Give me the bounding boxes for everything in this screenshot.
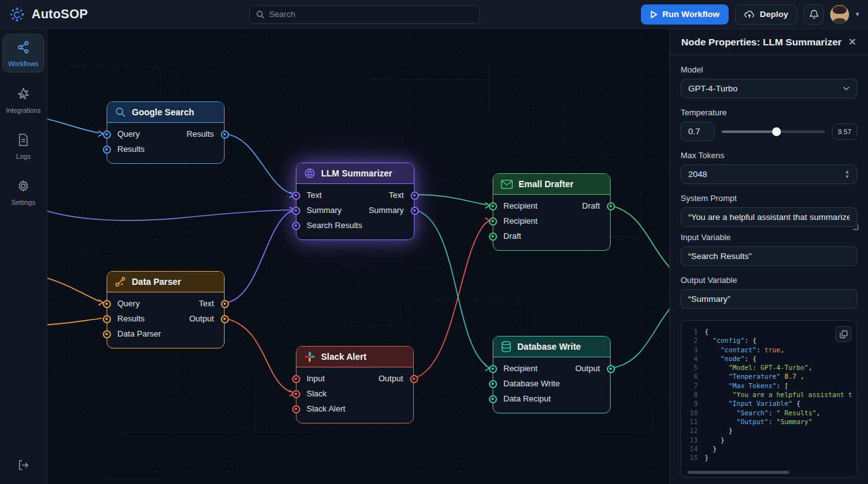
node-email-drafter[interactable]: Emall DrafterRecipientRecipientDraftDraf… bbox=[493, 173, 611, 251]
node-title: Data Parser bbox=[132, 277, 181, 287]
node-body: RecipientRecipientDraftDraft bbox=[493, 195, 610, 250]
system-prompt-textarea[interactable]: “You are a helpful assistant that summar… bbox=[681, 207, 857, 227]
code-line: 2 "config": { bbox=[686, 336, 852, 345]
logout-button[interactable] bbox=[17, 459, 30, 474]
output-port-label: Draft bbox=[582, 199, 610, 214]
circuit-node-dot bbox=[122, 431, 124, 434]
max-tokens-input[interactable]: 2048 ▲▼ bbox=[681, 164, 857, 184]
node-header[interactable]: Database Write bbox=[493, 337, 610, 357]
node-google-search[interactable]: Google SearchQueryResultsResults bbox=[107, 101, 225, 164]
temperature-slider[interactable] bbox=[722, 130, 825, 133]
copy-button[interactable] bbox=[835, 326, 852, 342]
search-box[interactable] bbox=[249, 5, 480, 24]
app-root: AutoSOP Run Workflow bbox=[0, 0, 868, 484]
input-port-label: Data Parser bbox=[107, 326, 224, 342]
circuit-node-dot bbox=[488, 66, 490, 68]
wire-gs-to-llm-text bbox=[225, 134, 291, 193]
account-chevron-down-icon[interactable]: ▾ bbox=[855, 10, 859, 18]
line-number: 15 bbox=[686, 453, 698, 462]
wire-llm-to-email bbox=[414, 195, 486, 205]
node-title: Slack Alert bbox=[321, 352, 367, 362]
search-area bbox=[95, 5, 633, 24]
output-variable-input[interactable]: “Summary” bbox=[681, 289, 857, 309]
input-port-label: Database Write bbox=[493, 376, 610, 391]
slack-icon bbox=[304, 351, 315, 362]
wire-dp-to-llm-summary bbox=[225, 211, 291, 303]
database-icon bbox=[501, 341, 512, 352]
integrations-icon bbox=[16, 87, 30, 103]
max-tokens-label: Max Tokens bbox=[681, 151, 857, 160]
code-text: "Output": "Summary" bbox=[705, 417, 812, 426]
input-variable-value: “Search Results” bbox=[688, 251, 752, 261]
sidebar-item-integrations[interactable]: Integrations bbox=[3, 81, 44, 118]
search-input[interactable] bbox=[269, 9, 473, 19]
wire-in-gs-query bbox=[47, 117, 99, 133]
avatar[interactable] bbox=[830, 5, 849, 24]
wire-llm-to-db bbox=[414, 210, 486, 366]
bell-icon bbox=[809, 9, 819, 20]
node-llm-summarizer[interactable]: LLM SummarizerTextSummarySearch ResultsT… bbox=[296, 163, 414, 240]
temperature-max-box: 9.57 bbox=[832, 124, 857, 140]
code-text: } bbox=[705, 426, 732, 435]
output-port-label: Summary bbox=[368, 203, 414, 218]
settings-icon bbox=[16, 179, 30, 195]
node-header[interactable]: Data Parser bbox=[107, 272, 224, 292]
node-header[interactable]: Slack Alert bbox=[296, 347, 413, 367]
output-port-label: Text bbox=[199, 296, 224, 311]
temperature-input[interactable]: 0.7 bbox=[681, 122, 715, 141]
topbar-actions: Run Workflow Deploy ▾ bbox=[641, 4, 859, 25]
code-line: 13 } bbox=[686, 435, 852, 444]
circuit-trace bbox=[85, 218, 129, 256]
node-database-write[interactable]: Database WriteRecipientDatabase WriteDat… bbox=[493, 336, 611, 413]
resize-handle[interactable] bbox=[853, 224, 859, 230]
line-number: 6 bbox=[686, 372, 698, 381]
sidebar-item-workflows[interactable]: Workflows bbox=[3, 34, 44, 72]
sidebar-item-logs[interactable]: Logs bbox=[3, 127, 44, 164]
input-port-label: Slack Alert bbox=[296, 401, 413, 417]
circuit-node-dot bbox=[71, 66, 74, 68]
slider-thumb[interactable] bbox=[772, 127, 781, 136]
code-text: "Input Variable" { bbox=[705, 399, 801, 408]
notifications-button[interactable] bbox=[804, 4, 824, 25]
circuit-trace bbox=[104, 458, 161, 479]
node-header[interactable]: Emall Drafter bbox=[493, 174, 610, 195]
node-body: InputSlackSlack AlertOutput bbox=[296, 367, 413, 423]
workflow-canvas[interactable]: Google SearchQueryResultsResultsLLM Summ… bbox=[47, 29, 669, 484]
circuit-trace bbox=[350, 300, 401, 325]
deploy-label: Deploy bbox=[760, 9, 788, 19]
stepper-icon[interactable]: ▲▼ bbox=[845, 170, 850, 179]
wire-in-llm-summary bbox=[47, 209, 292, 221]
panel-header: Node Properties: LLM Summarizer ✕ bbox=[670, 29, 868, 55]
app-title: AutoSOP bbox=[32, 7, 88, 21]
code-line: 15} bbox=[686, 453, 852, 462]
code-horizontal-scrollbar[interactable] bbox=[688, 471, 789, 474]
node-header[interactable]: LLM Summarizer bbox=[296, 163, 414, 184]
input-variable-input[interactable]: “Search Results” bbox=[681, 246, 857, 266]
sidebar-item-settings[interactable]: Settings bbox=[3, 173, 44, 210]
logout-icon bbox=[17, 459, 30, 471]
close-icon[interactable]: ✕ bbox=[848, 36, 857, 48]
node-body: QueryResultsResults bbox=[107, 123, 224, 163]
circuit-node-dot bbox=[374, 78, 377, 81]
circuit-node-dot bbox=[563, 103, 566, 106]
circuit-trace bbox=[375, 79, 489, 117]
wire-arrowhead-in-gs-query bbox=[98, 131, 103, 137]
node-data-parser[interactable]: Data ParserQueryResultsData ParserTextOu… bbox=[107, 271, 225, 349]
deploy-button[interactable]: Deploy bbox=[735, 4, 797, 25]
node-header[interactable]: Google Search bbox=[107, 102, 224, 123]
circuit-node-dot bbox=[254, 381, 257, 383]
model-select[interactable]: GPT-4-Turbo bbox=[681, 79, 857, 98]
code-line: 8 "You are a helpful assistant that summ… bbox=[686, 390, 852, 399]
line-number: 8 bbox=[686, 390, 698, 399]
panel-body: Model GPT-4-Turbo Temperature 0.7 bbox=[670, 55, 868, 484]
run-workflow-label: Run Workflow bbox=[662, 9, 720, 19]
config-code-block: 1{2 "config": {3 "contact": true,4 "node… bbox=[681, 320, 857, 478]
line-number: 7 bbox=[686, 381, 698, 390]
code-line: 11 "Output": "Summary" bbox=[686, 417, 852, 426]
output-variable-label: Output Variable bbox=[681, 275, 857, 285]
node-body: RecipientDatabase WriteData ReciputOutpu… bbox=[493, 357, 610, 413]
run-workflow-button[interactable]: Run Workflow bbox=[641, 4, 729, 25]
node-slack-alert[interactable]: Slack AlertInputSlackSlack AlertOutput bbox=[296, 346, 414, 424]
circuit-node-dot bbox=[349, 324, 351, 326]
code-line: 9 "Input Variable" { bbox=[686, 399, 852, 408]
